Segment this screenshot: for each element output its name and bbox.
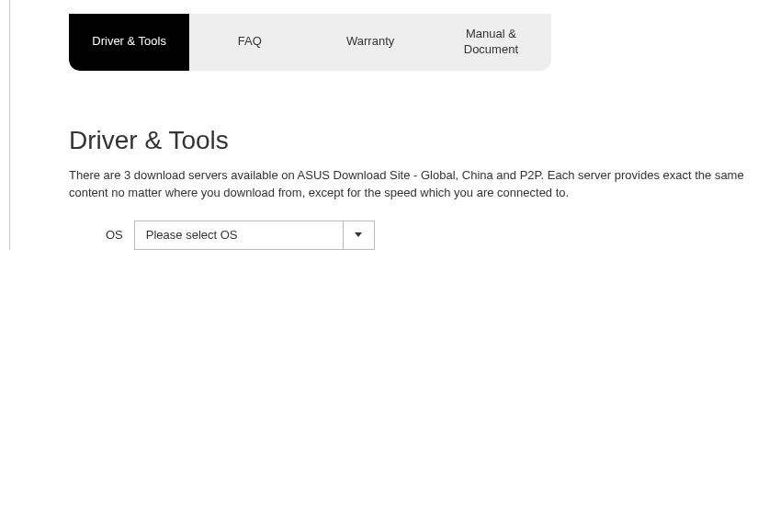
tab-manual-document[interactable]: Manual & Document (431, 14, 551, 71)
tab-label: FAQ (238, 34, 262, 50)
os-select-wrapper: Please select OS WinXP Win2K DOS (134, 221, 375, 250)
tab-warranty[interactable]: Warranty (311, 14, 431, 71)
page-title: Driver & Tools (69, 126, 769, 155)
os-label: OS (106, 228, 123, 242)
tab-label: Warranty (346, 34, 394, 50)
os-select-placeholder: Please select OS (135, 221, 343, 249)
tab-driver-tools[interactable]: Driver & Tools (69, 14, 189, 71)
os-select[interactable]: Please select OS (134, 221, 375, 250)
tab-faq[interactable]: FAQ (189, 14, 310, 71)
vertical-divider (9, 0, 10, 250)
chevron-down-icon (355, 232, 362, 237)
dropdown-arrow (343, 221, 374, 249)
os-selector-row: OS Please select OS WinXP Win2K DOS (106, 221, 769, 250)
page-description: There are 3 download servers available o… (69, 166, 769, 202)
tab-label: Driver & Tools (92, 34, 166, 50)
tab-bar: Driver & Tools FAQ Warranty Manual & Doc… (69, 14, 551, 71)
tab-label: Manual & Document (440, 27, 542, 58)
main-container: Driver & Tools FAQ Warranty Manual & Doc… (0, 0, 769, 250)
